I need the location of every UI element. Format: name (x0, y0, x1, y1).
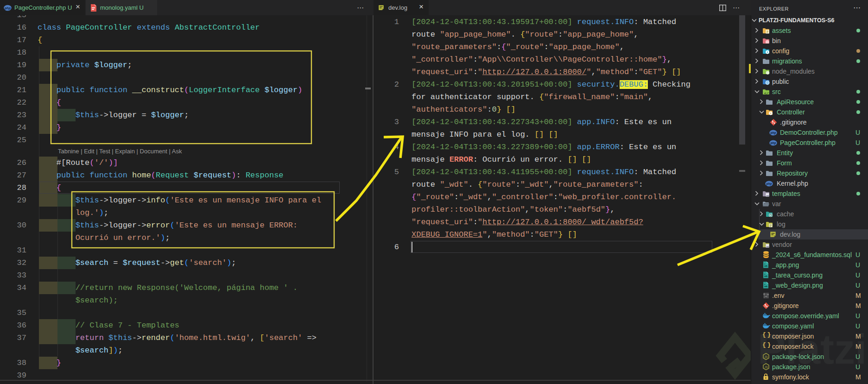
svg-text:php: php (4, 6, 11, 10)
